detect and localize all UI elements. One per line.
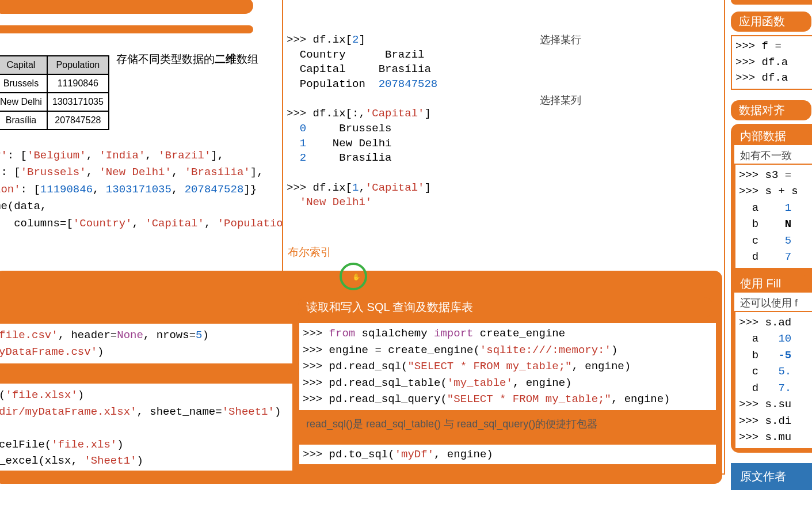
- desc-select-row: 选择某行: [540, 33, 720, 47]
- csv-box: file.csv', header=None, nrows=5) yDataFr…: [0, 323, 293, 365]
- right-column: 应用函数 >>> f = >>> df.a >>> df.a 数据对齐 内部数据…: [731, 0, 812, 490]
- orange-divider-thin: [0, 25, 253, 33]
- sql-code-box: >>> from sqlalchemy import create_engine…: [298, 322, 717, 411]
- dataframe-code: y': ['Belgium', 'India', 'Brazil'], ': […: [0, 147, 276, 232]
- footer-author: 原文作者: [731, 463, 812, 490]
- align-code: >>> s3 = >>> s + s a 1 b N c 5 d 7: [734, 164, 812, 269]
- apply-fn-heading: 应用函数: [731, 12, 811, 32]
- table-description: 存储不同类型数据的二维数组: [116, 52, 258, 67]
- code-area: >>> df.ix[2] Country Brazil Capital Bras…: [283, 31, 536, 213]
- inner-align-heading: 内部数据: [734, 127, 809, 145]
- table-row: New Delhi 1303171035: [0, 93, 109, 111]
- align-desc: 如有不一致: [734, 145, 812, 164]
- cursor-indicator: [340, 263, 367, 290]
- bool-index-heading: 布尔索引: [283, 243, 724, 262]
- sql-section: 读取和写入 SQL 查询及数据库表 >>> from sqlalchemy im…: [298, 297, 717, 465]
- apply-fn-code: >>> f = >>> df.a >>> df.a: [731, 35, 812, 90]
- fill-heading: 使用 Fill: [734, 275, 809, 293]
- to-sql-box: >>> pd.to_sql('myDf', engine): [298, 443, 717, 466]
- excel-box: ('file.xlsx') dir/myDataFrame.xlsx', she…: [0, 382, 293, 472]
- sql-note: read_sql()是 read_sql_table() 与 read_sql_…: [298, 411, 717, 437]
- left-column: Capital Population Brussels 11190846 New…: [0, 0, 276, 232]
- desc-area: 选择某行 选择某列: [536, 31, 724, 213]
- th-capital: Capital: [0, 56, 47, 74]
- table-row: Brasília 207847528: [0, 111, 109, 130]
- orange-divider: [0, 0, 253, 14]
- sql-title: 读取和写入 SQL 查询及数据库表: [298, 297, 712, 317]
- orange-top-sliver: [731, 0, 812, 5]
- fill-desc: 还可以使用 f: [734, 293, 812, 311]
- desc-select-col: 选择某列: [540, 93, 720, 108]
- fill-code: >>> s.ad a 10 b -5 c 5. d 7. >>> s.su >>…: [734, 311, 812, 449]
- table-row: Brussels 11190846: [0, 74, 109, 93]
- align-heading: 数据对齐: [731, 100, 811, 120]
- dataframe-table: Capital Population Brussels 11190846 New…: [0, 55, 109, 130]
- th-population: Population: [47, 56, 109, 74]
